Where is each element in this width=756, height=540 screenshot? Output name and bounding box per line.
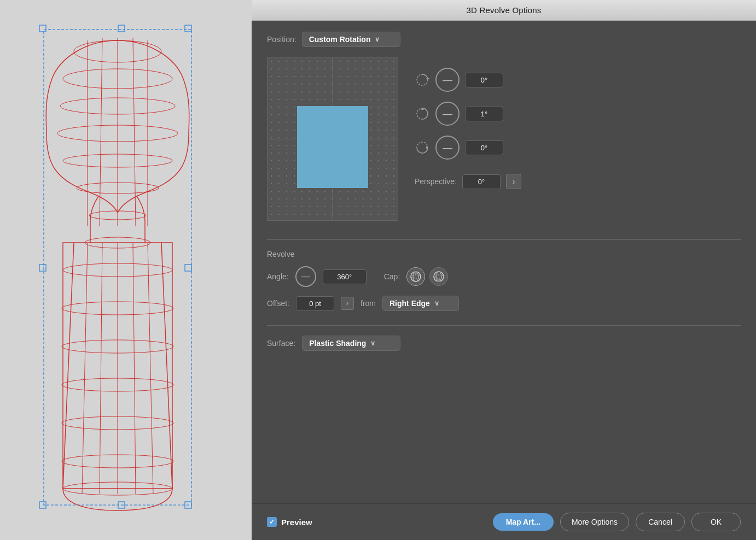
perspective-value[interactable]: 0° xyxy=(462,174,501,189)
svg-rect-1 xyxy=(39,25,46,32)
from-dropdown[interactable]: Right Edge ∨ xyxy=(382,296,459,311)
y-rotation-row: 1° xyxy=(415,102,521,126)
revolve-divider xyxy=(267,239,741,240)
position-value: Custom Rotation xyxy=(309,35,371,44)
position-label: Position: xyxy=(267,35,296,44)
z-rotation-row: 0° xyxy=(415,136,521,160)
preview-checkbox-group[interactable]: Preview xyxy=(267,517,312,527)
angle-label: Angle: xyxy=(267,272,289,281)
surface-chevron: ∨ xyxy=(370,339,375,347)
x-rotation-row: 0° xyxy=(415,68,521,92)
svg-point-48 xyxy=(437,279,440,282)
surface-label: Surface: xyxy=(267,339,295,348)
rotation-area: 0° 1° xyxy=(267,57,741,221)
perspective-expand-btn[interactable]: › xyxy=(506,174,521,189)
bottle-wireframe xyxy=(22,24,230,516)
right-panel: 3D Revolve Options Position: Custom Rota… xyxy=(252,0,756,540)
svg-rect-3 xyxy=(185,25,191,32)
y-rotation-dial[interactable] xyxy=(435,102,460,126)
svg-line-25 xyxy=(82,243,88,494)
svg-rect-4 xyxy=(39,265,46,271)
from-chevron: ∨ xyxy=(434,300,439,307)
panel-title: 3D Revolve Options xyxy=(467,5,542,15)
x-rotation-value[interactable]: 0° xyxy=(465,73,503,87)
svg-rect-6 xyxy=(39,502,46,508)
svg-line-28 xyxy=(133,243,136,494)
svg-line-26 xyxy=(100,243,102,494)
cap-group xyxy=(406,267,448,286)
offset-expand-btn[interactable]: › xyxy=(341,297,354,310)
preview-label: Preview xyxy=(281,518,312,527)
position-row: Position: Custom Rotation ∨ xyxy=(267,32,741,47)
offset-label: Offset: xyxy=(267,299,289,308)
cap-on-button[interactable] xyxy=(406,267,425,286)
perspective-row: Perspective: 0° › xyxy=(415,174,521,189)
surface-value: Plastic Shading xyxy=(309,339,366,348)
rotation-controls: 0° 1° xyxy=(415,57,521,221)
map-art-button[interactable]: Map Art... xyxy=(493,513,554,531)
x-rotation-dial[interactable] xyxy=(435,68,460,92)
cap-off-button[interactable] xyxy=(429,267,448,286)
y-rotation-value[interactable]: 1° xyxy=(465,107,503,121)
z-rotation-value[interactable]: 0° xyxy=(465,140,503,155)
from-value: Right Edge xyxy=(389,299,430,308)
svg-point-43 xyxy=(411,275,421,278)
angle-value[interactable]: 360° xyxy=(323,269,367,284)
surface-row: Surface: Plastic Shading ∨ xyxy=(267,336,741,351)
svg-point-44 xyxy=(414,271,417,274)
svg-line-29 xyxy=(148,243,153,494)
bottom-row: Preview Map Art... More Options Cancel O… xyxy=(252,503,756,540)
z-rotation-icon xyxy=(415,140,430,155)
from-label: from xyxy=(360,299,376,308)
position-dropdown[interactable]: Custom Rotation ∨ xyxy=(302,32,400,47)
rotation-grid[interactable] xyxy=(267,57,398,221)
panel-content: Position: Custom Rotation ∨ xyxy=(252,21,756,503)
perspective-label: Perspective: xyxy=(415,177,457,186)
angle-cap-row: Angle: 360° Cap: xyxy=(267,266,741,287)
panel-titlebar: 3D Revolve Options xyxy=(252,0,756,21)
cancel-button[interactable]: Cancel xyxy=(636,513,685,531)
y-rotation-icon xyxy=(415,106,430,121)
offset-row: Offset: 0 pt › from Right Edge ∨ xyxy=(267,296,741,311)
surface-dropdown[interactable]: Plastic Shading ∨ xyxy=(302,336,400,351)
more-options-button[interactable]: More Options xyxy=(560,513,629,531)
svg-rect-5 xyxy=(185,265,191,271)
canvas-area xyxy=(0,0,252,540)
x-rotation-icon xyxy=(415,72,430,87)
svg-rect-2 xyxy=(118,25,125,32)
ok-button[interactable]: OK xyxy=(691,513,741,531)
expand-icon: › xyxy=(513,177,515,186)
surface-divider xyxy=(267,325,741,326)
position-chevron: ∨ xyxy=(375,36,380,43)
cap-label: Cap: xyxy=(384,272,400,281)
preview-checkbox[interactable] xyxy=(267,517,277,527)
svg-marker-36 xyxy=(426,78,429,80)
angle-dial[interactable] xyxy=(295,266,316,287)
offset-value[interactable]: 0 pt xyxy=(296,296,334,311)
revolve-section-label: Revolve xyxy=(267,250,741,259)
svg-point-47 xyxy=(434,275,444,278)
z-rotation-dial[interactable] xyxy=(435,136,460,160)
rotation-preview-cube xyxy=(297,106,368,188)
